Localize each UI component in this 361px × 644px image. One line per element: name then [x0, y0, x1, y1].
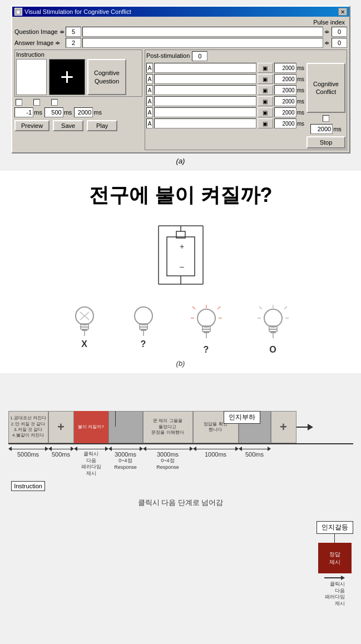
post-btn-0[interactable]: ▣ — [258, 63, 273, 73]
ms-spin-1: -1 ms — [14, 107, 42, 117]
answer-image-number[interactable]: 2 — [66, 38, 81, 48]
title-bar: ▣ Visual Stimulation for Cognitive Confl… — [12, 7, 349, 17]
post-text-4[interactable] — [154, 107, 256, 117]
question-pulse-value[interactable]: 0 — [332, 27, 347, 37]
dur-label-5: 1000ms — [205, 451, 226, 458]
dur-seg-0: 5000ms — [8, 447, 48, 458]
checkbox-3[interactable] — [51, 99, 58, 106]
dur-seg-5: 1000ms — [193, 447, 239, 458]
post-text-0[interactable] — [154, 63, 256, 73]
checkbox-2[interactable] — [33, 99, 40, 106]
cc-ms-unit: ms — [333, 126, 342, 132]
post-ms-val-5[interactable]: 2000 — [274, 118, 296, 128]
post-spin-2[interactable]: A — [146, 85, 153, 95]
post-ms-val-0[interactable]: 2000 — [274, 63, 296, 73]
bulb-svg-1 — [72, 304, 97, 337]
ms-spin-3: 2000 ms — [74, 107, 102, 117]
post-stim-inner: A ▣ 2000 ms A — [146, 63, 345, 148]
ms-spin-2: 500 ms — [44, 107, 72, 117]
svg-rect-26 — [202, 329, 210, 331]
post-spin-1[interactable]: A — [146, 74, 153, 84]
save-button[interactable]: Save — [53, 120, 83, 131]
battery-svg: + – — [147, 220, 214, 293]
post-text-2[interactable] — [154, 85, 256, 95]
cc-ms-value[interactable]: 2000 — [310, 124, 333, 134]
question-image-number[interactable]: 5 — [66, 27, 81, 37]
post-ms-unit-0: ms — [297, 65, 304, 71]
instruction-label-row: Instruction — [8, 479, 353, 491]
question-image-row: Question Image ≑ 5 ≑ 0 — [14, 27, 347, 37]
post-spin-3[interactable]: A — [146, 96, 153, 106]
plus-symbol-1: + — [57, 420, 65, 434]
post-ms-5: 2000 ms — [274, 118, 304, 128]
section-c: 인지부하 1.공대조선 켜진다 2.만 켜질 것 같다 3.커질 것 같다 4.… — [0, 373, 361, 619]
post-spin-5[interactable]: A — [146, 118, 153, 128]
bulb-svg-2 — [131, 304, 156, 337]
post-ms-val-1[interactable]: 2000 — [274, 74, 296, 84]
dur-label-4: 3000ms — [157, 451, 179, 458]
cc-checkbox[interactable] — [323, 115, 329, 122]
dur-label-0: 5000ms — [17, 451, 39, 458]
window-title: Visual Stimulation for Cognitive Conflic… — [24, 8, 131, 15]
bulb-item-3: ? — [190, 304, 223, 355]
post-row-2: A ▣ 2000 ms — [146, 85, 304, 95]
post-btn-3[interactable]: ▣ — [258, 96, 273, 106]
tl-box-plus-1: + — [48, 411, 74, 443]
cognitive-question-button[interactable]: Cognitive Question — [87, 59, 126, 95]
response-label-2: 0~4점Response — [156, 458, 179, 470]
tl-arrow-end — [296, 411, 313, 443]
post-btn-5[interactable]: ▣ — [258, 118, 273, 128]
battery-diagram: + – — [11, 220, 350, 293]
conflict-click-label: 클릭시다음패러다임제시 — [325, 581, 345, 607]
post-stim-number[interactable]: 0 — [192, 51, 207, 61]
tl-text-4: 문 제의 그을을풀었다고문장을 이해했다 — [150, 417, 185, 437]
bulb-item-4: O — [256, 304, 290, 355]
close-button[interactable]: ✕ — [338, 8, 347, 16]
app-icon: ▣ — [14, 8, 22, 16]
conflict-red-text: 정답제시 — [329, 551, 340, 566]
answer-image-text[interactable] — [82, 38, 323, 48]
checkboxes-row — [14, 99, 142, 106]
play-button[interactable]: Play — [87, 120, 117, 131]
instruction-label-container: Instruction — [8, 479, 48, 491]
post-spin-4[interactable]: A — [146, 107, 153, 117]
click-annot-1: 클릭시다음패러다임제시 — [81, 451, 101, 477]
cognitive-conflict-button[interactable]: Cognitive Conflict — [306, 63, 345, 113]
ms-unit-1: ms — [34, 109, 42, 116]
answer-pulse-value[interactable]: 0 — [332, 38, 347, 48]
post-ms-val-2[interactable]: 2000 — [274, 85, 296, 95]
cog-conflict-bottom-right: 인지갈등 정답제시 클릭시다음패러다임제시 — [317, 443, 353, 607]
checkbox-item-2 — [33, 99, 40, 106]
instruction-panel-title: Instruction — [16, 51, 141, 58]
ms-value-1[interactable]: -1 — [14, 107, 33, 117]
question-image-text[interactable] — [82, 27, 323, 37]
post-text-1[interactable] — [154, 74, 256, 84]
bulb-item-2: ? — [131, 304, 156, 355]
preview-button[interactable]: Preview — [14, 120, 50, 131]
post-rows: A ▣ 2000 ms A — [146, 63, 304, 148]
post-ms-unit-3: ms — [297, 98, 304, 105]
post-btn-2[interactable]: ▣ — [258, 85, 273, 95]
tl-box-instruction: 1.공대조선 켜진다 2.만 켜질 것 같다 3.커질 것 같다 4.불같이 켜… — [8, 411, 48, 443]
app-content: Pulse index Question Image ≑ 5 ≑ 0 Answe… — [12, 17, 349, 152]
full-wrapper: ▣ Visual Stimulation for Cognitive Confl… — [0, 0, 361, 619]
dur-seg-2: 클릭시다음패러다임제시 — [74, 447, 108, 477]
stop-button[interactable]: Stop — [306, 136, 345, 148]
post-spin-0[interactable]: A — [146, 63, 153, 73]
post-btn-1[interactable]: ▣ — [258, 74, 273, 84]
instruction-plus-box: + — [49, 59, 85, 95]
post-ms-val-4[interactable]: 2000 — [274, 107, 296, 117]
tl-box-gray-3 — [108, 411, 143, 443]
tl-box-text-4: 문 제의 그을을풀었다고문장을 이해했다 — [143, 411, 193, 443]
dur-seg-4: 3000ms 0~4점Response — [143, 447, 193, 470]
post-text-3[interactable] — [154, 96, 256, 106]
checkbox-1[interactable] — [16, 99, 22, 106]
post-text-5[interactable] — [154, 118, 256, 128]
post-ms-val-3[interactable]: 2000 — [274, 96, 296, 106]
post-ms-unit-1: ms — [297, 76, 304, 82]
cc-ms-row: 2000 ms — [310, 124, 342, 134]
dur-seg-3: 3000ms 0~4점Response — [108, 447, 143, 470]
post-btn-4[interactable]: ▣ — [258, 107, 273, 117]
ms-value-3[interactable]: 2000 — [74, 107, 93, 117]
ms-value-2[interactable]: 500 — [44, 107, 63, 117]
